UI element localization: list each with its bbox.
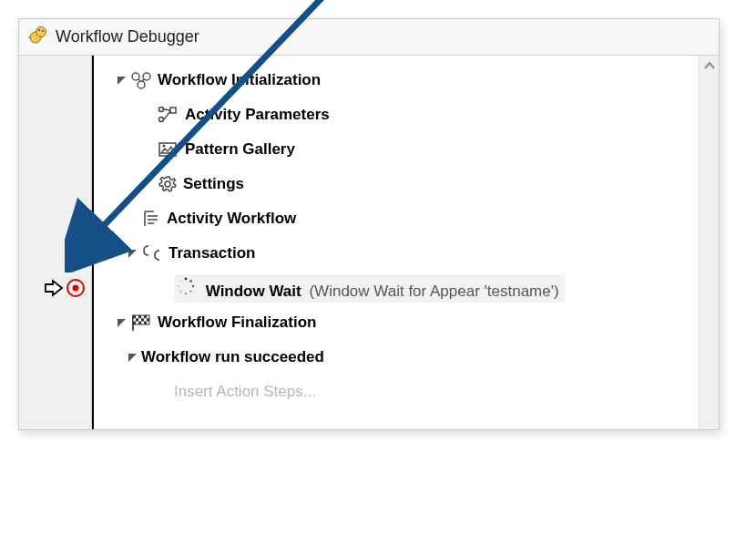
node-label: Settings	[183, 175, 244, 193]
tree-insert-placeholder[interactable]: Insert Action Steps...	[92, 375, 699, 409]
svg-line-17	[164, 109, 170, 110]
svg-point-16	[159, 118, 164, 122]
svg-point-27	[185, 277, 188, 280]
tree-node-transaction[interactable]: Transaction	[92, 236, 699, 271]
svg-rect-44	[138, 322, 141, 324]
workflow-tree[interactable]: Workflow Initialization Activity Paramet…	[92, 56, 699, 429]
tree-node-settings[interactable]: Settings	[92, 167, 699, 201]
svg-rect-45	[144, 322, 147, 324]
tree-node-activity-parameters[interactable]: Activity Parameters	[92, 98, 699, 132]
svg-rect-38	[138, 315, 141, 318]
node-label: Transaction	[169, 244, 255, 262]
svg-point-3	[42, 30, 44, 32]
breakpoint-gutter[interactable]	[19, 56, 92, 429]
svg-point-20	[163, 145, 166, 148]
svg-point-33	[178, 285, 179, 287]
tree-node-activity-workflow[interactable]: Activity Workflow	[92, 201, 699, 236]
expander-expanded-icon[interactable]	[125, 249, 139, 259]
workflow-list-icon	[141, 209, 161, 229]
parameters-icon	[158, 106, 179, 124]
svg-point-30	[189, 290, 191, 292]
svg-rect-40	[136, 318, 138, 321]
breakpoint-icon	[66, 278, 86, 298]
loading-dots-icon	[176, 276, 196, 296]
svg-rect-37	[133, 315, 136, 318]
tree-node-pattern-gallery[interactable]: Pattern Gallery	[92, 132, 699, 167]
transaction-icon	[141, 243, 163, 263]
window-title: Workflow Debugger	[56, 27, 199, 46]
svg-line-18	[164, 111, 170, 119]
svg-rect-41	[141, 318, 144, 321]
current-line-marker[interactable]	[19, 271, 91, 305]
current-line-arrow-icon	[44, 278, 64, 298]
content-area: Workflow Initialization Activity Paramet…	[19, 56, 719, 429]
svg-point-28	[189, 280, 192, 283]
svg-rect-42	[147, 318, 149, 321]
scroll-up-icon[interactable]	[703, 59, 716, 75]
tree-node-workflow-initialization[interactable]: Workflow Initialization	[92, 63, 699, 98]
svg-rect-43	[133, 322, 136, 324]
debugger-app-icon	[28, 25, 48, 49]
node-label: Activity Workflow	[167, 210, 296, 228]
tree-node-window-wait[interactable]: Window Wait (Window Wait for Appear 'tes…	[92, 271, 699, 305]
gallery-icon	[158, 140, 179, 159]
svg-point-11	[138, 81, 145, 88]
node-label: Activity Parameters	[185, 106, 330, 124]
svg-point-32	[180, 290, 182, 292]
gear-icon	[158, 174, 178, 194]
expander-collapsed-icon[interactable]	[114, 76, 128, 86]
finish-flag-icon	[130, 314, 152, 332]
svg-point-1	[36, 27, 46, 37]
breakpoint-icon	[66, 243, 86, 263]
node-label: Workflow Finalization	[158, 314, 316, 332]
vertical-scrollbar[interactable]	[699, 56, 719, 429]
svg-rect-15	[170, 108, 176, 113]
workflow-debugger-window: Workflow Debugger	[18, 18, 720, 430]
node-label: Pattern Gallery	[185, 140, 295, 159]
workflow-init-icon	[130, 71, 152, 89]
svg-point-8	[73, 285, 79, 292]
expander-expanded-icon[interactable]	[125, 353, 139, 363]
node-label: Workflow Initialization	[158, 71, 321, 89]
svg-rect-39	[144, 315, 147, 318]
title-bar: Workflow Debugger	[19, 19, 719, 56]
breakpoint-marker[interactable]	[19, 236, 91, 271]
node-label: Workflow run succeeded	[141, 348, 324, 366]
tree-node-run-status[interactable]: Workflow run succeeded	[92, 340, 699, 375]
insert-placeholder-label: Insert Action Steps...	[174, 383, 316, 401]
svg-point-34	[180, 280, 181, 281]
tree-node-workflow-finalization[interactable]: Workflow Finalization	[92, 305, 699, 340]
svg-point-14	[159, 108, 164, 112]
svg-rect-19	[159, 143, 176, 156]
expander-expanded-icon[interactable]	[114, 318, 128, 328]
svg-point-2	[38, 29, 40, 31]
node-detail: (Window Wait for Appear 'testname')	[309, 283, 558, 300]
svg-point-21	[165, 181, 170, 187]
svg-point-31	[185, 293, 187, 294]
svg-point-29	[192, 284, 194, 286]
svg-point-6	[73, 251, 79, 257]
node-label: Window Wait	[206, 283, 301, 300]
